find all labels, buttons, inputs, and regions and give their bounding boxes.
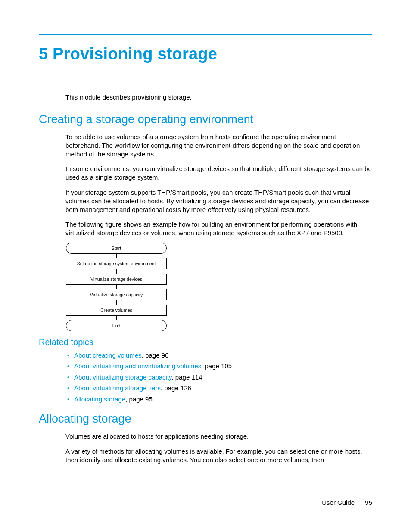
flow-connector	[116, 285, 117, 289]
related-link[interactable]: Allocating storage	[74, 395, 125, 403]
flow-connector	[116, 269, 117, 274]
related-topics-list: About creating volumes, page 96 About vi…	[65, 350, 372, 405]
section-heading-allocating: Allocating storage	[39, 412, 372, 426]
chapter-number: 5	[39, 45, 48, 63]
related-suffix: , page 95	[125, 395, 153, 403]
page-number: 95	[365, 499, 372, 506]
related-suffix: , page 105	[201, 362, 232, 370]
page-footer: User Guide 95	[322, 499, 372, 506]
allocating-paragraph-2: A variety of methods for allocating volu…	[65, 447, 372, 464]
related-link[interactable]: About virtualizing storage capacity	[74, 373, 172, 381]
flow-step-3: Virtualize storage capacity	[66, 289, 167, 300]
creating-paragraph-4: The following figure shows an example fl…	[65, 220, 372, 237]
related-item: About virtualizing storage capacity, pag…	[74, 372, 372, 383]
page: 5 Provisioning storage This module descr…	[0, 0, 411, 532]
flowchart: Start Set up the storage system environm…	[65, 243, 167, 331]
flow-end: End	[66, 320, 167, 331]
chapter-name: Provisioning storage	[53, 45, 217, 63]
allocating-paragraph-1: Volumes are allocated to hosts for appli…	[65, 432, 372, 441]
section-heading-creating: Creating a storage operating environment	[39, 113, 372, 126]
related-suffix: , page 114	[172, 373, 202, 381]
related-item: About virtualizing and unvirtualizing vo…	[74, 361, 372, 372]
creating-paragraph-2: In some environments, you can virtualize…	[65, 165, 372, 182]
flow-connector	[116, 316, 117, 320]
related-suffix: , page 96	[142, 352, 169, 359]
flow-step-2: Virtualize storage devices	[66, 274, 167, 285]
flow-connector	[116, 254, 117, 258]
intro-paragraph: This module describes provisioning stora…	[65, 93, 372, 101]
related-item: Allocating storage, page 95	[74, 394, 372, 405]
related-link[interactable]: About virtualizing and unvirtualizing vo…	[74, 362, 201, 370]
chapter-title: 5 Provisioning storage	[39, 45, 372, 63]
related-item: About virtualizing storage tiers, page 1…	[74, 383, 372, 394]
creating-paragraph-1: To be able to use volumes of a storage s…	[65, 133, 372, 158]
related-item: About creating volumes, page 96	[74, 350, 372, 361]
flow-connector	[116, 300, 117, 305]
related-link[interactable]: About creating volumes	[74, 352, 142, 359]
footer-label: User Guide	[322, 499, 355, 506]
related-topics-heading: Related topics	[39, 337, 372, 347]
top-rule	[39, 34, 372, 35]
related-suffix: , page 126	[161, 384, 191, 392]
flow-start: Start	[66, 243, 167, 254]
flow-step-4: Create volumes	[66, 305, 167, 316]
related-link[interactable]: About virtualizing storage tiers	[74, 384, 161, 392]
flow-step-1: Set up the storage system environment	[66, 258, 167, 269]
creating-paragraph-3: If your storage system supports THP/Smar…	[65, 188, 372, 214]
